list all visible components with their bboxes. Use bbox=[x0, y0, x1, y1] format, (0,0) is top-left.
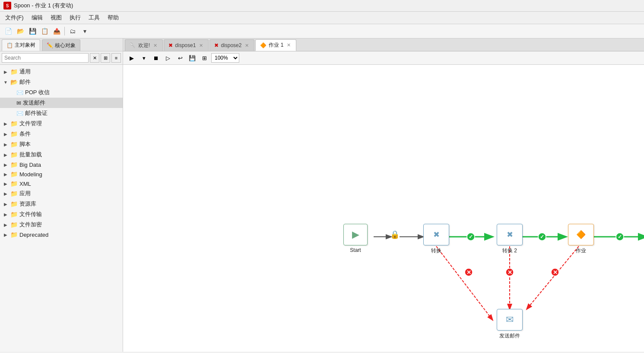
tree-item-邮件[interactable]: ▼ 📂 邮件 bbox=[0, 77, 123, 87]
arrow-邮件: ▼ bbox=[3, 80, 9, 85]
label-发送邮件: 发送邮件 bbox=[23, 99, 45, 107]
dropdown-button[interactable]: ▾ bbox=[79, 25, 90, 37]
editor-tab-dispose2[interactable]: ✖ dispose2 ✕ bbox=[209, 39, 254, 51]
canvas-grid-button[interactable]: ⊞ bbox=[199, 53, 209, 63]
canvas-stop-button[interactable]: ⏹ bbox=[151, 53, 161, 63]
tab-core-objects[interactable]: ✏️ 核心对象 bbox=[42, 39, 80, 51]
export-button[interactable]: 📤 bbox=[51, 25, 62, 37]
svg-point-7 bbox=[538, 233, 546, 241]
folder-icon-条件: 📁 bbox=[10, 130, 18, 137]
tree-item-文件传输[interactable]: ▶ 📁 文件传输 bbox=[0, 209, 123, 219]
folder-icon-应用: 📁 bbox=[10, 190, 18, 197]
open-button[interactable]: 📂 bbox=[15, 25, 26, 37]
toolbar-separator bbox=[64, 27, 65, 35]
tree-item-文件加密[interactable]: ▶ 📁 文件加密 bbox=[0, 219, 123, 230]
node-label-start: Start bbox=[350, 247, 361, 253]
folder-icon-批量加载: 📁 bbox=[10, 151, 18, 158]
tree-item-XML[interactable]: ▶ 📁 XML bbox=[0, 179, 123, 188]
tab-welcome-close[interactable]: ✕ bbox=[152, 42, 158, 48]
arrow-BigData: ▶ bbox=[3, 162, 9, 167]
label-POP收信: POP 收信 bbox=[25, 89, 50, 96]
folder-icon-资源库: 📁 bbox=[10, 200, 18, 207]
tab-job1-icon: 🔶 bbox=[260, 42, 266, 48]
tree-item-文件管理[interactable]: ▶ 📁 文件管理 bbox=[0, 118, 123, 129]
tab-job1-close[interactable]: ✕ bbox=[286, 42, 292, 48]
tree-item-脚本[interactable]: ▶ 📁 脚本 bbox=[0, 139, 123, 149]
canvas-pause-button[interactable]: ▷ bbox=[163, 53, 173, 63]
menu-file[interactable]: 文件(F) bbox=[2, 13, 27, 23]
folder-icon-XML: 📁 bbox=[10, 180, 18, 187]
tree-item-邮件验证[interactable]: ✉️ 邮件验证 bbox=[0, 108, 123, 118]
tree-item-POP收信[interactable]: ✉️ POP 收信 bbox=[0, 87, 123, 98]
flow-node-mail[interactable]: ✉ 发送邮件 bbox=[497, 309, 523, 340]
label-资源库: 资源库 bbox=[19, 200, 36, 208]
node-box-mail: ✉ bbox=[497, 309, 523, 331]
canvas[interactable]: ✓ ✓ ✓ ✕ ✕ ✕ bbox=[123, 65, 644, 352]
tab-dispose1-close[interactable]: ✕ bbox=[198, 42, 204, 48]
flow-node-start[interactable]: ▶ Start bbox=[343, 224, 368, 253]
tree-item-发送邮件[interactable]: ✉ 发送邮件 bbox=[0, 98, 123, 108]
menu-help[interactable]: 帮助 bbox=[104, 13, 122, 23]
menu-run[interactable]: 执行 bbox=[66, 13, 84, 23]
tree-item-Modeling[interactable]: ▶ 📁 Modeling bbox=[0, 169, 123, 179]
svg-text:✕: ✕ bbox=[466, 269, 471, 276]
tab-dispose1-label: dispose1 bbox=[175, 42, 196, 48]
canvas-save-button[interactable]: 💾 bbox=[187, 53, 197, 63]
title-bar: S Spoon - 作业 1 (有变动) bbox=[0, 0, 644, 12]
svg-line-11 bbox=[436, 246, 492, 320]
folder-icon-脚本: 📁 bbox=[10, 141, 18, 148]
menu-edit[interactable]: 编辑 bbox=[28, 13, 46, 23]
main-objects-icon: 📋 bbox=[6, 42, 13, 48]
search-clear-button[interactable]: ✕ bbox=[90, 53, 99, 63]
flow-node-transform1[interactable]: ✖ 转换 bbox=[423, 224, 449, 254]
new-button[interactable]: 📄 bbox=[3, 25, 14, 37]
left-panel: 📋 主对象树 ✏️ 核心对象 ✕ ⊞ ≡ ▶ 📁 通用 bbox=[0, 38, 123, 352]
folder-icon-文件传输: 📁 bbox=[10, 211, 18, 218]
arrow-文件传输: ▶ bbox=[3, 212, 9, 217]
lock-icon: 🔒 bbox=[390, 230, 400, 239]
tree-item-Deprecated[interactable]: ▶ 📁 Deprecated bbox=[0, 230, 123, 239]
tree-item-批量加载[interactable]: ▶ 📁 批量加载 bbox=[0, 149, 123, 160]
label-通用: 通用 bbox=[19, 68, 31, 76]
tree-item-条件[interactable]: ▶ 📁 条件 bbox=[0, 129, 123, 139]
svg-point-16 bbox=[506, 268, 514, 276]
arrow-文件加密: ▶ bbox=[3, 223, 9, 227]
editor-tab-job1[interactable]: 🔶 作业 1 ✕ bbox=[255, 39, 296, 51]
flow-node-transform2[interactable]: ✖ 转换 2 bbox=[497, 224, 523, 254]
label-邮件: 邮件 bbox=[19, 78, 31, 86]
flow-node-job[interactable]: 🔶 作业 bbox=[568, 224, 594, 254]
tree-item-BigData[interactable]: ▶ 📁 Big Data bbox=[0, 160, 123, 169]
menu-tools[interactable]: 工具 bbox=[85, 13, 103, 23]
tab-dispose2-close[interactable]: ✕ bbox=[244, 42, 250, 48]
canvas-run-dropdown[interactable]: ▾ bbox=[139, 53, 149, 63]
saveas-button[interactable]: 📋 bbox=[39, 25, 50, 37]
right-panel: 🥄 欢迎! ✕ ✖ dispose1 ✕ ✖ dispose2 ✕ 🔶 作业 1… bbox=[123, 38, 644, 352]
node-label-transform2: 转换 2 bbox=[502, 247, 517, 254]
mail-icon: ✉ bbox=[506, 314, 514, 325]
canvas-undo-button[interactable]: ↩ bbox=[175, 53, 185, 63]
tree-item-通用[interactable]: ▶ 📁 通用 bbox=[0, 67, 123, 77]
search-input[interactable] bbox=[2, 53, 89, 63]
leaf-icon-邮件验证: ✉️ bbox=[16, 110, 23, 117]
node-label-transform1: 转换 bbox=[431, 247, 441, 254]
panel-tabs: 📋 主对象树 ✏️ 核心对象 bbox=[0, 38, 123, 51]
svg-line-13 bbox=[527, 246, 579, 309]
folder-icon-通用: 📁 bbox=[10, 68, 18, 75]
tree-item-资源库[interactable]: ▶ 📁 资源库 bbox=[0, 199, 123, 209]
arrow-文件管理: ▶ bbox=[3, 121, 9, 126]
main-layout: 📋 主对象树 ✏️ 核心对象 ✕ ⊞ ≡ ▶ 📁 通用 bbox=[0, 38, 644, 352]
tab-main-objects[interactable]: 📋 主对象树 bbox=[2, 39, 40, 51]
folder-icon-BigData: 📁 bbox=[10, 161, 18, 168]
tab-main-objects-label: 主对象树 bbox=[15, 41, 35, 49]
arrow-XML: ▶ bbox=[3, 181, 9, 186]
save-button[interactable]: 💾 bbox=[27, 25, 38, 37]
editor-tab-welcome[interactable]: 🥄 欢迎! ✕ bbox=[125, 39, 163, 51]
canvas-run-button[interactable]: ▶ bbox=[127, 53, 137, 63]
search-collapse-button[interactable]: ≡ bbox=[111, 53, 121, 63]
zoom-select[interactable]: 100% 50% 75% 125% 150% 200% bbox=[211, 53, 239, 63]
menu-view[interactable]: 视图 bbox=[47, 13, 65, 23]
search-expand-button[interactable]: ⊞ bbox=[101, 53, 110, 63]
tree-item-应用[interactable]: ▶ 📁 应用 bbox=[0, 188, 123, 199]
layers-button[interactable]: 🗂 bbox=[67, 25, 78, 37]
editor-tab-dispose1[interactable]: ✖ dispose1 ✕ bbox=[164, 39, 209, 51]
